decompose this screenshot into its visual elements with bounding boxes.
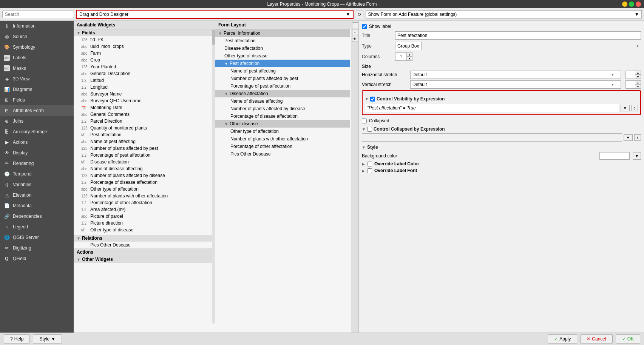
list-item[interactable]: abc General Description <box>74 70 215 77</box>
form-tree-item-name-pest[interactable]: Name of pest affecting <box>215 67 350 75</box>
h-stretch-input[interactable] <box>625 71 635 79</box>
show-label-row[interactable]: Show label <box>362 24 641 29</box>
form-layout-btn-remove[interactable]: − <box>352 29 358 35</box>
list-item[interactable]: abc Picture of parcel <box>74 213 215 220</box>
list-item[interactable]: 1.2 Porcentage of pest affectation <box>74 152 215 159</box>
widgets-panel-content[interactable]: ▼ Fields 123 fid_PK abc uuid_mon_crops a… <box>74 29 215 333</box>
form-tree-item-other-type-aff[interactable]: Other type of affectation <box>215 128 350 135</box>
form-group-parcel-information[interactable]: ▼ Parcel Information <box>215 29 350 37</box>
designer-dropdown[interactable]: Drag and Drop Designer ▼ <box>76 10 354 19</box>
sidebar-item-joins[interactable]: ⊕ Joins <box>0 116 74 126</box>
override-label-font-expand[interactable]: ▶ <box>362 169 365 173</box>
sidebar-item-diagrams[interactable]: 📊 Diagrams <box>0 84 74 95</box>
control-collapsed-expr-input[interactable] <box>362 133 622 142</box>
list-item[interactable]: abc Name of disease affecting <box>74 165 215 172</box>
list-item[interactable]: 1.2 Area afected (m²) <box>74 206 215 213</box>
scrollbar-thumb[interactable] <box>212 30 215 45</box>
sidebar-item-digitizing[interactable]: ✏ Digitizing <box>0 243 74 253</box>
list-item[interactable]: 1.2 Parcel Direction <box>74 118 215 125</box>
list-item[interactable]: 1.2 Longitud <box>74 84 215 91</box>
search-input[interactable] <box>2 11 74 18</box>
list-item[interactable]: Pics Other Desease <box>74 242 215 248</box>
list-item[interactable]: abc Surveyor QFC Username <box>74 97 215 104</box>
minimize-button[interactable] <box>622 2 627 7</box>
bg-color-picker[interactable] <box>599 152 630 160</box>
sidebar-item-display[interactable]: 👁 Display <box>0 148 74 158</box>
fields-section[interactable]: ▼ Fields <box>74 29 215 36</box>
cancel-button[interactable]: ✕ Cancel <box>580 334 612 343</box>
control-collapsed-dropdown-btn[interactable]: ▼ <box>624 134 633 141</box>
v-stretch-select[interactable]: Default <box>410 80 621 89</box>
collapsed-checkbox[interactable] <box>362 119 367 123</box>
columns-input[interactable] <box>395 52 406 61</box>
form-group-pest-afectation[interactable]: ▼ Pest afectation <box>215 60 350 67</box>
form-settings-dropdown[interactable]: Show Form on Add Feature (global setting… <box>366 10 642 18</box>
maximize-button[interactable] <box>629 2 634 7</box>
sidebar-item-qgis-server[interactable]: 🌐 QGIS Server <box>0 232 74 243</box>
list-item[interactable]: 123 fid_PK <box>74 36 215 43</box>
refresh-icon[interactable]: ⟳ <box>356 11 363 18</box>
list-item[interactable]: 123 Year Planted <box>74 63 215 70</box>
sidebar-item-dependencies[interactable]: 🔗 Dependencies <box>0 211 74 222</box>
expression-edit-btn[interactable]: ε <box>631 105 638 111</box>
list-item[interactable]: 1.2 Picture direction <box>74 220 215 226</box>
sidebar-item-auxiliary-storage[interactable]: 🗄 Auxiliary Storage <box>0 126 74 137</box>
v-stretch-input[interactable] <box>625 80 635 89</box>
ok-button[interactable]: ✓ OK <box>616 334 640 343</box>
form-tree-item-num-plants-disease[interactable]: Number of plants affected by disease <box>215 105 350 112</box>
override-label-color-row[interactable]: ▶ Override Label Color <box>362 161 641 166</box>
sidebar-item-3dview[interactable]: ◈ 3D View <box>0 74 74 84</box>
sidebar-item-elevation[interactable]: △ Elevation <box>0 190 74 200</box>
sidebar-item-variables[interactable]: {} Variables <box>0 179 74 190</box>
sidebar-item-labels[interactable]: abc Labels <box>0 52 74 63</box>
form-tree-item-porcentage-other[interactable]: Porcentage of other affectation <box>215 143 350 150</box>
style-button[interactable]: Style ▼ <box>33 334 62 343</box>
type-select[interactable]: Group Box <box>395 42 422 50</box>
list-item[interactable]: t/f Pest affectation <box>74 131 215 138</box>
sidebar-item-temporal[interactable]: 🕐 Temporal <box>0 169 74 179</box>
sidebar-item-attributes-form[interactable]: ⊟ Attributes Form <box>0 105 74 116</box>
apply-button[interactable]: ✓ Apply <box>548 334 577 343</box>
help-button[interactable]: ? Help <box>4 334 30 343</box>
expression-input[interactable] <box>365 104 619 112</box>
bg-color-dropdown-btn[interactable]: ▼ <box>633 152 641 160</box>
override-label-font-checkbox[interactable] <box>367 168 372 173</box>
list-item[interactable]: 1.2 Porcentage of disease affectation <box>74 179 215 186</box>
sidebar-item-metadata[interactable]: 📄 Metadata <box>0 200 74 211</box>
sidebar-item-information[interactable]: ℹ Information <box>0 21 74 31</box>
control-collapsed-checkbox[interactable] <box>367 127 372 132</box>
list-item[interactable]: abc Surveyor Name <box>74 91 215 97</box>
sidebar-item-actions[interactable]: ▶ Actions <box>0 137 74 148</box>
v-stretch-up[interactable]: ▲ <box>635 81 641 85</box>
form-tree-item-other-type[interactable]: Other type of disease <box>215 52 350 60</box>
scrollbar[interactable] <box>212 30 215 323</box>
list-item[interactable]: 1.2 Latitud <box>74 77 215 84</box>
list-item[interactable]: abc Other type of affectation <box>74 186 215 193</box>
override-label-font-row[interactable]: ▶ Override Label Font <box>362 168 641 173</box>
h-stretch-down[interactable]: ▼ <box>635 75 641 79</box>
override-label-color-expand[interactable]: ▶ <box>362 162 365 166</box>
list-item[interactable]: abc uuid_mon_crops <box>74 43 215 50</box>
form-tree-item-pics-other[interactable]: Pics Other Desease <box>215 150 350 158</box>
sidebar-item-legend[interactable]: ≡ Legend <box>0 222 74 232</box>
sidebar-item-symbology[interactable]: 🎨 Symbology <box>0 42 74 52</box>
list-item[interactable]: 123 Quantity of monitored plants <box>74 125 215 131</box>
h-stretch-up[interactable]: ▲ <box>635 71 641 75</box>
actions-section[interactable]: Actions <box>74 248 215 256</box>
form-layout-btn-eye[interactable]: 👁 <box>352 36 358 42</box>
columns-decrement[interactable]: ▼ <box>407 57 412 60</box>
close-button[interactable] <box>636 2 641 7</box>
form-tree-item-porcentage-pest[interactable]: Porcentage of pest affectation <box>215 82 350 90</box>
control-collapsed-expand[interactable]: ▼ <box>362 127 366 131</box>
form-group-other-disease[interactable]: ▼ Other disease <box>215 120 350 128</box>
list-item[interactable]: abc Name of pest affecting <box>74 138 215 145</box>
list-item[interactable]: 123 Number of plants affected by disease <box>74 172 215 179</box>
override-label-color-checkbox[interactable] <box>367 162 372 166</box>
form-tree-item-num-other[interactable]: Number of plants with other affectation <box>215 135 350 143</box>
style-expand[interactable]: ▼ <box>362 145 366 149</box>
sidebar-item-rendering[interactable]: ✏ Rendering <box>0 158 74 169</box>
list-item[interactable]: 📅 Monitoring Date <box>74 104 215 111</box>
form-layout-btn-add[interactable]: + <box>352 22 358 28</box>
list-item[interactable]: 1.2 Porcentage of other affectation <box>74 199 215 206</box>
visibility-expand[interactable]: ▼ <box>365 97 369 101</box>
